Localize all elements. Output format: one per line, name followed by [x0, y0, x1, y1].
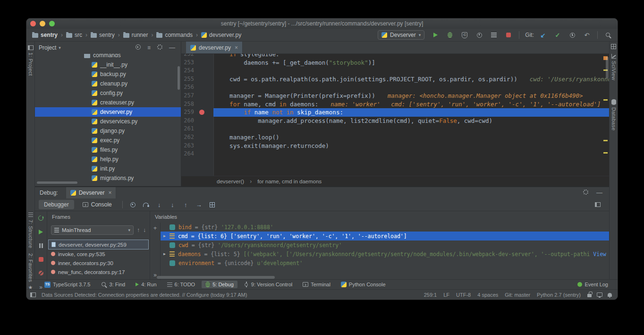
tree-item-commands[interactable]: commands [35, 54, 181, 60]
gutter-line-number[interactable]: 253 [181, 59, 213, 67]
layout-settings-button[interactable] [593, 200, 602, 209]
editor-line[interactable]: 264 [181, 150, 609, 158]
status-unlock-button[interactable] [587, 292, 592, 298]
expand-arrow-icon[interactable]: ▶ [163, 234, 169, 238]
sidebar-tab-project[interactable]: 1: Project [26, 45, 34, 76]
stop-button[interactable] [504, 30, 513, 40]
hide-panel-button[interactable]: — [596, 189, 602, 196]
gear-button[interactable] [157, 44, 162, 51]
editor-line[interactable]: 262 manager.loop() [181, 133, 609, 142]
gutter-line-number[interactable]: 254 [181, 67, 213, 75]
error-stripe-mark[interactable] [603, 152, 608, 154]
collapse-button[interactable]: ≡ [147, 44, 151, 51]
error-stripe-mark[interactable] [603, 99, 608, 101]
tool-window-switcher-icon[interactable] [30, 292, 36, 297]
variable-row-cwd[interactable]: cwd = {str} '/Users/ryanskonnord/getsent… [161, 241, 609, 249]
mute-breakpoints-button[interactable] [39, 269, 43, 277]
breadcrumb-item-sentry[interactable]: sentry [90, 31, 116, 39]
gutter-line-number[interactable]: 261 [181, 125, 213, 133]
step-over-button[interactable] [141, 200, 151, 209]
editor-line[interactable]: 255 cwd = os.path.realpath(os.path.join(… [181, 75, 609, 84]
run-configuration-select[interactable]: Devserver ▾ [378, 30, 424, 40]
toolbar-button-6-todo[interactable]: 6: TODO [163, 281, 199, 288]
toolbar-button-typescript-3-7-5[interactable]: TSTypeScript 3.7.5 [41, 281, 94, 289]
rollback-button[interactable]: ↶ [582, 30, 592, 40]
force-step-into-button[interactable]: ↓ [168, 200, 178, 209]
thread-select[interactable]: MainThread ▾ [51, 225, 134, 235]
search-everywhere-button[interactable] [603, 30, 613, 40]
frame-row[interactable]: devserver, devserver.py:259 [48, 240, 149, 249]
tree-item-backup-py[interactable]: backup.py [35, 69, 181, 79]
frame-row[interactable]: new_func, decorators.py:17 [47, 267, 150, 276]
next-frame-button[interactable]: ↓ [143, 227, 146, 233]
breadcrumb-item-sentry[interactable]: sentry [31, 31, 59, 39]
close-tab-icon[interactable]: × [108, 189, 111, 196]
expand-arrow-icon[interactable]: ▶ [163, 252, 169, 256]
editor-line[interactable]: 263 sys.exit(manager.returncode) [181, 142, 609, 150]
evaluate-button[interactable] [207, 200, 217, 209]
history-button[interactable] [568, 30, 577, 40]
debug-view-tab-debugger[interactable]: Debugger [39, 200, 74, 209]
frame-row[interactable]: inner, decorators.py:30 [47, 258, 150, 267]
variable-row-daemons[interactable]: ▶daemons = {list: 5} [('webpack', ['/Use… [161, 249, 609, 258]
variable-row-bind[interactable]: bind = {str} '127.0.0.1:8888' [161, 223, 609, 232]
update-button[interactable]: ↙ [538, 30, 548, 40]
settings-gear-button[interactable] [583, 189, 588, 196]
toolbar-button-terminal[interactable]: Terminal [299, 281, 334, 288]
tree-item-help-py[interactable]: help.py [35, 155, 181, 164]
tree-item-django-py[interactable]: django.py [35, 126, 181, 136]
editor-scrollbar[interactable] [606, 57, 609, 78]
coverage-button[interactable]: C [460, 30, 469, 40]
step-out-button[interactable]: ↑ [181, 200, 191, 209]
breakpoint-icon[interactable] [199, 110, 204, 115]
editor-line[interactable]: 254 [181, 67, 609, 75]
tree-item-config-py[interactable]: config.py [35, 88, 181, 98]
right-grid-button[interactable] [610, 44, 618, 49]
frame-row[interactable]: invoke, core.py:535 [47, 249, 150, 258]
project-horizontal-scrollbar[interactable] [37, 181, 77, 184]
breadcrumb-item-commands[interactable]: commands [155, 31, 194, 39]
toolbar-button-3-find[interactable]: 3: Find [97, 281, 129, 289]
gutter-line-number[interactable]: 262 [181, 133, 213, 142]
editor-breadcrumb-item[interactable]: devserver() [217, 179, 244, 184]
variables-horizontal-scrollbar[interactable] [157, 276, 275, 279]
more-button[interactable]: » [39, 283, 42, 291]
breadcrumb-item-devserver-py[interactable]: devserver.py [200, 31, 242, 39]
editor-breadcrumb-item[interactable]: for name, cmd in daemons [257, 179, 322, 184]
debug-view-tab-console[interactable]: Console [77, 200, 117, 209]
editor-line[interactable]: 260 manager.add_process(name, list2cmdli… [181, 117, 609, 125]
tree-item-exec-py[interactable]: exec.py [35, 136, 181, 145]
run-to-cursor-button[interactable]: → [194, 200, 204, 209]
more-icon[interactable]: » [153, 272, 157, 278]
minimize-window-button[interactable] [40, 21, 45, 26]
gutter-line-number[interactable]: 258 [181, 100, 213, 109]
run-button[interactable] [431, 30, 440, 40]
tree-item-cleanup-py[interactable]: cleanup.py [35, 79, 181, 88]
gutter-line-number[interactable]: 263 [181, 142, 213, 150]
gutter-line-number[interactable]: 256 [181, 83, 213, 92]
sidebar-tab-favorites[interactable]: 2: Favorites ★ [26, 253, 34, 291]
show-execution-point-button[interactable] [128, 200, 138, 209]
gutter-line-number[interactable]: 257 [181, 92, 213, 100]
tree-item-init-py[interactable]: init.py [35, 164, 181, 173]
debug-session-tab[interactable]: Devserver × [66, 187, 117, 198]
code-editor[interactable]: 252 if styleguide:253 daemons += [_get_d… [181, 54, 609, 176]
hide-button[interactable]: — [169, 44, 175, 51]
editor-line[interactable]: 259 if name not in skip_daemons: [181, 108, 609, 117]
toolbar-button-4-run[interactable]: 4: Run [132, 281, 160, 288]
breadcrumb-item-runner[interactable]: runner [122, 31, 149, 39]
status-item-259-1[interactable]: 259:1 [424, 292, 437, 298]
status-item-utf-8[interactable]: UTF-8 [456, 292, 471, 298]
variable-row-environment[interactable]: environment = {unicode} u'development' [161, 258, 609, 267]
error-stripe-mark[interactable] [603, 140, 608, 141]
toolbar-button-python-console[interactable]: Python Console [337, 281, 390, 288]
add-watch-button[interactable]: + [153, 224, 157, 232]
resume-button[interactable] [39, 228, 43, 236]
sidebar-tab-database[interactable]: Database [610, 99, 618, 131]
gutter-line-number[interactable]: 264 [181, 150, 213, 158]
gutter-line-number[interactable]: 252 [181, 54, 213, 59]
close-window-button[interactable] [30, 21, 36, 26]
breadcrumb-item-src[interactable]: src [65, 31, 83, 39]
editor-line[interactable]: 261 [181, 125, 609, 133]
status-item-4-spaces[interactable]: 4 spaces [477, 292, 498, 298]
